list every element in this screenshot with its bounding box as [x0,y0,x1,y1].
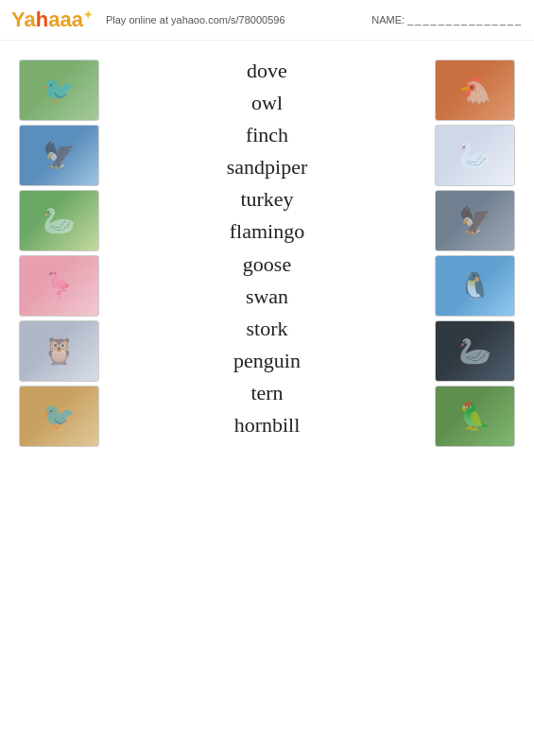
finch-left-icon: 🦅 [43,140,76,171]
image-dove-left: 🐦 [19,60,99,121]
word-penguin: penguin [233,345,301,377]
image-finch-left: 🦅 [19,125,99,186]
logo-h: h [36,8,48,31]
word-goose: goose [243,249,291,281]
word-finch: finch [246,119,288,151]
image-goose-right: 🐧 [435,255,515,317]
main-content: 🐦 🦅 🦢 🦩 🦉 🐦 dove owl finch sandpiper tur… [0,45,534,456]
logo-a3: a [60,8,71,31]
image-flamingo-left: 🦩 [19,255,99,317]
header-url: Play online at yahaoo.com/s/78000596 [106,14,362,26]
sandpiper-right-icon: 🦢 [458,140,491,171]
penguin-left-icon: 🦉 [43,335,76,367]
logo-y: Y [11,8,24,31]
goose-right-icon: 🐧 [458,270,491,301]
image-penguin-left: 🦉 [19,320,99,382]
logo-star: ✦ [83,9,93,22]
word-tern: tern [250,377,283,409]
word-stork: stork [247,313,288,345]
word-owl: owl [251,87,283,119]
tern-left-icon: 🐦 [43,401,76,432]
word-turkey: turkey [240,183,293,215]
logo-a1: a [24,8,35,31]
logo: Yahaaa✦ [11,8,93,32]
flamingo-left-icon: 🦩 [43,270,76,301]
word-flamingo: flamingo [230,215,304,248]
image-stork-left: 🦢 [19,190,99,251]
hornbill-right-icon: 🦜 [458,401,491,432]
dove-left-icon: 🐦 [43,75,76,106]
logo-text: Yahaaa✦ [11,8,93,32]
image-hornbill-right: 🦜 [435,386,515,447]
header: Yahaaa✦ Play online at yahaoo.com/s/7800… [0,0,534,41]
image-sandpiper-right: 🦢 [435,125,515,186]
logo-a4: a [72,8,83,31]
owl-right-icon: 🐔 [458,75,491,106]
image-owl-right: 🐔 [435,60,515,121]
image-tern-left: 🐦 [19,386,99,447]
logo-a2: a [48,8,60,31]
left-images-col: 🐦 🦅 🦢 🦩 🦉 🐦 [19,60,99,447]
image-turkey-right: 🦅 [435,190,515,251]
word-dove: dove [247,55,287,87]
turkey-right-icon: 🦅 [458,205,491,236]
word-swan: swan [246,281,288,313]
word-hornbill: hornbill [234,409,301,441]
word-sandpiper: sandpiper [227,151,308,183]
word-list: dove owl finch sandpiper turkey flamingo… [227,55,308,441]
right-images-col: 🐔 🦢 🦅 🐧 🦢 🦜 [435,60,515,447]
swan-right-icon: 🦢 [458,335,491,367]
image-swan-right: 🦢 [435,320,515,382]
stork-left-icon: 🦢 [43,205,76,236]
word-list-col: dove owl finch sandpiper turkey flamingo… [109,55,425,441]
header-name-label: NAME: _______________ [371,14,523,26]
